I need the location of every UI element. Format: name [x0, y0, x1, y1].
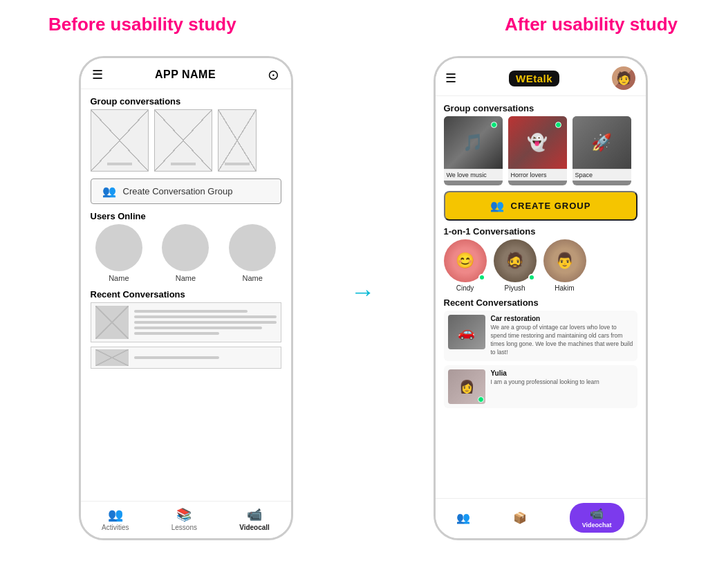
recent-card-2 [91, 347, 281, 369]
group-conversations-section: Group conversations [91, 96, 281, 172]
after-recent-list: 🚗 Car restoration We are a group of vint… [444, 311, 637, 408]
group-cards-before [91, 109, 281, 172]
videocall-icon: 📹 [247, 507, 262, 522]
lessons-icon: 📚 [176, 507, 192, 522]
users-online-list: Name Name Name [91, 224, 281, 282]
users-online-label: Users Online [91, 211, 281, 221]
recent-image-2 [95, 349, 129, 366]
after-videochat-icon: 📹 [590, 507, 604, 520]
recent-card-1 [91, 302, 281, 342]
group-card-3 [218, 109, 257, 172]
recent-conversations-label: Recent Conversations [91, 289, 281, 300]
comparison-container: ☰ APP NAME ⊙ Group conversations [21, 56, 705, 540]
1on1-users-list: 😊 Cindy 🧔 [444, 239, 637, 292]
profile-icon[interactable]: ⊙ [268, 66, 279, 83]
before-bottom-nav: 👥 Activities 📚 Lessons 📹 Videocall [81, 501, 291, 538]
piyush-name: Piyush [504, 284, 525, 292]
nav-videocall[interactable]: 📹 Videocall [239, 507, 270, 531]
group-card-music[interactable]: 🎵 We love music [444, 116, 503, 185]
car-restoration-text: Car restoration We are a group of vintag… [491, 315, 633, 357]
create-group-after-icon: 👥 [490, 199, 504, 212]
piyush-avatar-wrap: 🧔 [494, 239, 537, 282]
recent-conversations-list [91, 302, 281, 369]
yulia-text: Yulia I am a young professional looking … [491, 369, 633, 387]
group-card-space[interactable]: 🚀 Space [573, 116, 631, 185]
group-card-horror[interactable]: 👻 Horror lovers [508, 116, 567, 185]
recent-image-1 [95, 306, 129, 339]
user-name-2: Name [176, 274, 196, 282]
logo-text: WEtalk [516, 73, 552, 84]
nav-lessons-label: Lessons [171, 524, 197, 531]
nav-activities[interactable]: 👥 Activities [102, 507, 129, 531]
group-card-2 [154, 109, 212, 172]
1on1-label: 1-on-1 Conversations [444, 226, 637, 237]
yulia-title: Yulia [491, 369, 633, 377]
recent-line-2 [134, 315, 277, 318]
nav-lessons[interactable]: 📚 Lessons [171, 507, 197, 531]
user-circle-2 [162, 224, 209, 271]
titles-row: Before usability study After usability s… [21, 14, 705, 45]
after-group-section: Group conversations 🎵 We love music 👻 [444, 103, 637, 185]
group-icon: 👥 [102, 185, 116, 198]
nav-activities-label: Activities [102, 524, 129, 531]
after-groups-icon: 👥 [456, 511, 470, 524]
recent-car-restoration[interactable]: 🚗 Car restoration We are a group of vint… [444, 311, 637, 361]
user-circle-3 [229, 224, 276, 271]
car-restoration-title: Car restoration [491, 315, 633, 322]
hamburger-icon[interactable]: ☰ [92, 67, 103, 82]
yulia-image: 👩 [448, 369, 485, 404]
after-recent-label: Recent Conversations [444, 297, 637, 308]
recent-line-5 [134, 332, 220, 335]
group-card-space-label: Space [573, 169, 631, 181]
online-dot-music [491, 122, 497, 128]
user-piyush[interactable]: 🧔 Piyush [494, 239, 537, 292]
cindy-avatar-wrap: 😊 [444, 239, 487, 282]
after-nav-videochat[interactable]: 📹 Videochat [570, 503, 624, 533]
create-group-after-label: CREATE GROUP [511, 201, 591, 211]
user-1: Name [95, 224, 142, 282]
before-app-name: APP NAME [155, 68, 216, 81]
group-card-music-label: We love music [444, 169, 503, 181]
recent-line-1 [134, 310, 248, 313]
create-group-label: Create Conversation Group [123, 186, 233, 196]
user-circle-1 [95, 224, 142, 271]
hakim-avatar: 👨 [543, 239, 586, 282]
nav-videocall-label: Videocall [239, 524, 270, 531]
recent-yulia[interactable]: 👩 Yulia I am a young professional lookin… [444, 365, 637, 408]
hakim-avatar-wrap: 👨 [543, 239, 586, 282]
cindy-online-dot [478, 274, 485, 281]
create-group-after-button[interactable]: 👥 CREATE GROUP [444, 191, 637, 221]
after-hamburger-icon[interactable]: ☰ [445, 71, 456, 86]
hakim-name: Hakim [555, 284, 574, 292]
direction-arrow: → [351, 277, 375, 306]
user-cindy[interactable]: 😊 Cindy [444, 239, 487, 292]
after-box-icon: 📦 [513, 511, 527, 524]
user-name-1: Name [109, 274, 129, 282]
group-card-horror-label: Horror lovers [508, 169, 567, 181]
activities-icon: 👥 [108, 507, 123, 522]
arrow-container: → [351, 56, 375, 306]
page-container: Before usability study After usability s… [21, 14, 705, 540]
1on1-section: 1-on-1 Conversations 😊 Cindy [444, 226, 637, 292]
user-avatar-header[interactable]: 🧑 [612, 66, 635, 90]
recent-conversations-section: Recent Conversations [91, 289, 281, 369]
user-hakim[interactable]: 👨 Hakim [543, 239, 586, 292]
after-content: Group conversations 🎵 We love music 👻 [436, 96, 646, 498]
after-videochat-label: Videochat [582, 522, 612, 529]
recent-line-4 [134, 327, 262, 329]
piyush-online-dot [528, 274, 535, 281]
after-title: After usability study [505, 14, 678, 35]
after-group-cards: 🎵 We love music 👻 Horror lovers [444, 116, 637, 185]
after-nav-box[interactable]: 📦 [513, 511, 527, 524]
after-header: ☰ WEtalk 🧑 [436, 58, 646, 96]
group-conversations-label: Group conversations [91, 96, 281, 107]
after-nav-groups[interactable]: 👥 [456, 511, 470, 524]
user-2: Name [162, 224, 209, 282]
after-group-label: Group conversations [444, 103, 637, 113]
users-online-section: Users Online Name Name [91, 211, 281, 282]
cindy-name: Cindy [456, 284, 474, 292]
after-bottom-nav: 👥 📦 📹 Videochat [436, 498, 646, 538]
before-content: Group conversations 👥 Create Conversatio… [81, 89, 291, 501]
create-conversation-group-button[interactable]: 👥 Create Conversation Group [91, 178, 281, 204]
recent-line-3 [134, 321, 277, 324]
